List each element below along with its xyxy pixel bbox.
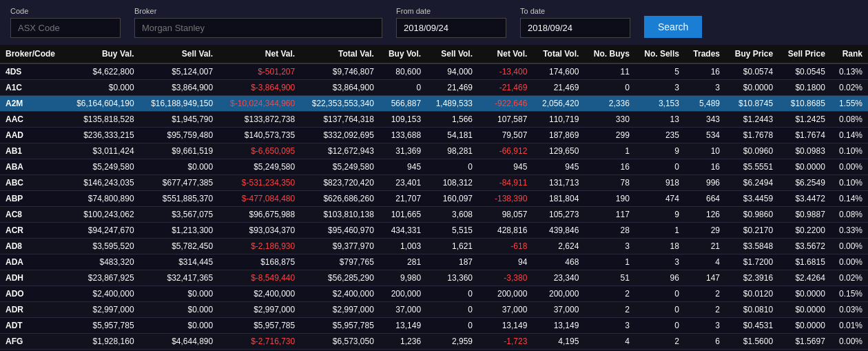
table-container: Broker/CodeBuy Val.Sell Val.Net Val.Tota… (0, 45, 868, 351)
table-cell: A1C (0, 80, 65, 96)
table-cell: 299 (584, 128, 635, 143)
to-date-field-group: To date (520, 7, 630, 38)
table-cell: $-10,024,344,960 (218, 96, 300, 112)
table-cell: 3 (685, 318, 725, 334)
table-cell: 0.03% (831, 302, 868, 318)
table-cell: $0.0120 (725, 286, 778, 302)
column-header: No. Buys (584, 45, 635, 63)
table-cell: $0.000 (140, 159, 219, 175)
table-cell: 0 (635, 318, 685, 334)
table-cell: $140,573,735 (218, 128, 300, 143)
table-cell: 2,959 (426, 334, 478, 350)
table-cell: 474 (635, 191, 685, 207)
table-cell: 1,003 (380, 239, 426, 254)
table-cell: 4 (584, 334, 635, 350)
column-header: Total Val. (300, 45, 380, 63)
table-cell: $32,417,365 (140, 270, 219, 286)
table-cell: 16 (685, 159, 725, 175)
table-cell: $797,765 (300, 254, 380, 270)
column-header: Net Val. (218, 45, 300, 63)
table-cell: ADA (0, 254, 65, 270)
table-row: AC8$100,243,062$3,567,075$96,675,988$103… (0, 207, 868, 223)
table-cell: AB1 (0, 143, 65, 159)
table-cell: 428,816 (478, 223, 533, 239)
table-cell: 439,846 (533, 223, 584, 239)
code-input[interactable] (10, 18, 121, 38)
table-cell: $9,661,519 (140, 143, 219, 159)
table-row: ADT$5,957,785$0.000$5,957,785$5,957,7851… (0, 318, 868, 334)
broker-input[interactable] (134, 18, 382, 38)
table-cell: $314,445 (140, 254, 219, 270)
table-cell: 235 (635, 128, 685, 143)
table-cell: $5,249,580 (300, 159, 380, 175)
table-cell: $74,800,890 (65, 191, 139, 207)
table-cell: $2.3916 (725, 270, 778, 286)
table-cell: $2,400,000 (300, 286, 380, 302)
column-header: Broker/Code (0, 45, 65, 63)
table-cell: $3,864,900 (300, 80, 380, 96)
table-cell: $22,353,553,340 (300, 96, 380, 112)
table-cell: $9,377,970 (300, 239, 380, 254)
column-header: Sell Price (778, 45, 831, 63)
table-cell: 1 (584, 254, 635, 270)
table-cell: $5,782,450 (140, 239, 219, 254)
table-cell: 10 (685, 143, 725, 159)
table-cell: -13,400 (478, 63, 533, 80)
table-cell: 0 (380, 80, 426, 96)
table-cell: 2 (584, 286, 635, 302)
table-cell: $0.9887 (778, 207, 831, 223)
table-cell: $823,720,420 (300, 175, 380, 191)
table-cell: $6,573,050 (300, 334, 380, 350)
table-cell: $146,243,035 (65, 175, 139, 191)
table-cell: $16,188,949,150 (140, 96, 219, 112)
table-cell: 945 (533, 159, 584, 175)
table-cell: AAC (0, 112, 65, 128)
column-header: Net Vol. (478, 45, 533, 63)
table-row: AD8$3,595,520$5,782,450$-2,186,930$9,377… (0, 239, 868, 254)
table-cell: 51 (584, 270, 635, 286)
table-cell: $-6,650,095 (218, 143, 300, 159)
table-cell: 16 (685, 63, 725, 80)
table-cell: 37,000 (478, 302, 533, 318)
table-cell: 0 (635, 302, 685, 318)
search-button[interactable]: Search (644, 16, 702, 38)
table-row: AB1$3,011,424$9,661,519$-6,650,095$12,67… (0, 143, 868, 159)
table-cell: 2 (635, 334, 685, 350)
table-cell: 945 (380, 159, 426, 175)
table-cell: $5,957,785 (65, 318, 139, 334)
table-row: AAD$236,333,215$95,759,480$140,573,735$3… (0, 128, 868, 143)
table-cell: 96 (635, 270, 685, 286)
table-cell: $0.000 (65, 80, 139, 96)
table-cell: -618 (478, 239, 533, 254)
table-cell: 0.00% (831, 254, 868, 270)
table-cell: $0.000 (140, 286, 219, 302)
table-cell: 37,000 (380, 302, 426, 318)
broker-field-group: Broker (134, 7, 382, 38)
table-cell: 2 (685, 286, 725, 302)
table-cell: $100,243,062 (65, 207, 139, 223)
table-cell: 2,336 (584, 96, 635, 112)
table-cell: $9,746,807 (300, 63, 380, 80)
table-cell: A2M (0, 96, 65, 112)
from-date-input[interactable] (396, 18, 506, 38)
table-cell: 28 (584, 223, 635, 239)
table-row: ADA$483,320$314,445$168,875$797,76528118… (0, 254, 868, 270)
table-cell: $1.2443 (725, 112, 778, 128)
table-cell: 4DS (0, 63, 65, 80)
table-cell: $-2,716,730 (218, 334, 300, 350)
table-cell: $3.5848 (725, 239, 778, 254)
table-cell: 0 (426, 318, 478, 334)
table-row: ACR$94,247,670$1,213,300$93,034,370$95,4… (0, 223, 868, 239)
table-cell: $-3,864,900 (218, 80, 300, 96)
table-cell: 1 (584, 143, 635, 159)
table-cell: $0.0000 (778, 302, 831, 318)
table-cell: -138,390 (478, 191, 533, 207)
table-cell: $1.5697 (778, 334, 831, 350)
table-cell: $1.6815 (778, 254, 831, 270)
table-cell: ABC (0, 175, 65, 191)
to-date-input[interactable] (520, 18, 630, 38)
table-cell: $0.0574 (725, 63, 778, 80)
table-row: AAC$135,818,528$1,945,790$133,872,738$13… (0, 112, 868, 128)
table-cell: 534 (685, 128, 725, 143)
table-cell: 37,000 (533, 302, 584, 318)
